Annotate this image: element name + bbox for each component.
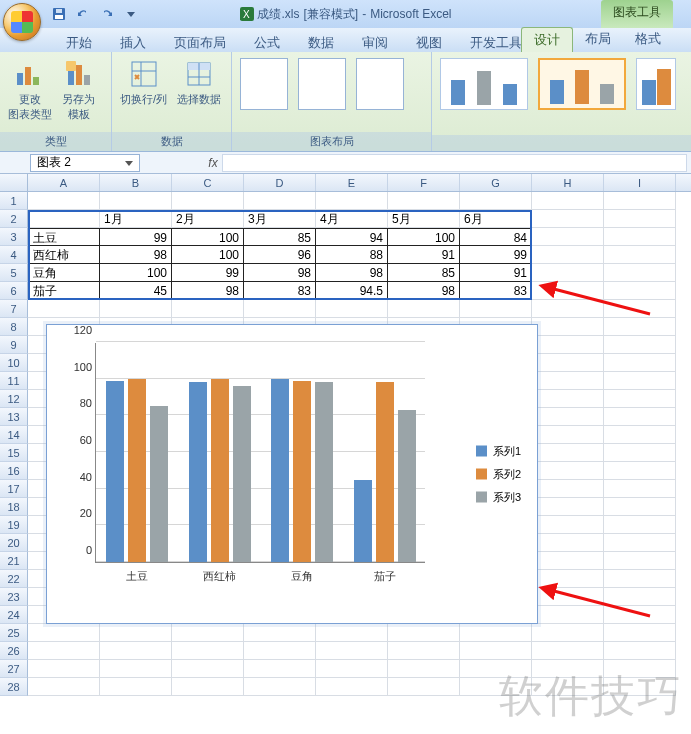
cell[interactable] bbox=[244, 624, 316, 642]
cell[interactable] bbox=[28, 624, 100, 642]
cell[interactable] bbox=[532, 426, 604, 444]
cell[interactable] bbox=[100, 192, 172, 210]
cell[interactable] bbox=[604, 552, 676, 570]
cell[interactable] bbox=[532, 498, 604, 516]
cell[interactable] bbox=[388, 642, 460, 660]
legend-item[interactable]: 系列1 bbox=[476, 444, 521, 459]
cell[interactable]: 100 bbox=[388, 228, 460, 246]
row-header-16[interactable]: 16 bbox=[0, 462, 28, 480]
chart-layout-2[interactable] bbox=[298, 58, 346, 110]
cell[interactable] bbox=[604, 372, 676, 390]
cell[interactable] bbox=[244, 192, 316, 210]
cell[interactable] bbox=[388, 660, 460, 678]
cell[interactable] bbox=[100, 678, 172, 696]
cell[interactable] bbox=[532, 336, 604, 354]
cell[interactable] bbox=[604, 282, 676, 300]
cell[interactable] bbox=[532, 192, 604, 210]
cell[interactable] bbox=[532, 318, 604, 336]
cell[interactable] bbox=[28, 678, 100, 696]
cell[interactable]: 98 bbox=[100, 246, 172, 264]
cell[interactable] bbox=[532, 570, 604, 588]
col-header-E[interactable]: E bbox=[316, 174, 388, 191]
cell[interactable]: 91 bbox=[460, 264, 532, 282]
cell[interactable] bbox=[172, 192, 244, 210]
cell[interactable]: 98 bbox=[316, 264, 388, 282]
tab-审阅[interactable]: 审阅 bbox=[348, 32, 402, 53]
cell[interactable]: 99 bbox=[460, 246, 532, 264]
cell[interactable]: 96 bbox=[244, 246, 316, 264]
cell[interactable] bbox=[244, 660, 316, 678]
cell[interactable] bbox=[532, 246, 604, 264]
bar[interactable] bbox=[398, 410, 416, 562]
bar[interactable] bbox=[315, 382, 333, 562]
row-header-14[interactable]: 14 bbox=[0, 426, 28, 444]
cell[interactable] bbox=[604, 318, 676, 336]
cell[interactable] bbox=[532, 624, 604, 642]
cell[interactable] bbox=[604, 336, 676, 354]
cell[interactable] bbox=[100, 660, 172, 678]
save-icon[interactable] bbox=[50, 5, 68, 23]
cell[interactable] bbox=[28, 210, 100, 228]
cell[interactable] bbox=[172, 300, 244, 318]
cell[interactable]: 99 bbox=[100, 228, 172, 246]
cell[interactable] bbox=[532, 354, 604, 372]
cell[interactable]: 98 bbox=[172, 282, 244, 300]
cell[interactable] bbox=[604, 228, 676, 246]
undo-icon[interactable] bbox=[74, 5, 92, 23]
row-header-2[interactable]: 2 bbox=[0, 210, 28, 228]
cell[interactable] bbox=[604, 588, 676, 606]
chart-style-1[interactable] bbox=[440, 58, 528, 110]
cell[interactable] bbox=[316, 624, 388, 642]
cell[interactable] bbox=[172, 660, 244, 678]
cell[interactable] bbox=[532, 372, 604, 390]
tab-布局[interactable]: 布局 bbox=[573, 27, 623, 52]
cell[interactable]: 3月 bbox=[244, 210, 316, 228]
row-header-10[interactable]: 10 bbox=[0, 354, 28, 372]
cell[interactable] bbox=[460, 642, 532, 660]
cell[interactable] bbox=[244, 300, 316, 318]
legend-item[interactable]: 系列3 bbox=[476, 490, 521, 505]
cell[interactable] bbox=[532, 282, 604, 300]
cell[interactable] bbox=[172, 624, 244, 642]
chart-style-2[interactable] bbox=[538, 58, 626, 110]
redo-icon[interactable] bbox=[98, 5, 116, 23]
bar[interactable] bbox=[293, 381, 311, 563]
row-header-24[interactable]: 24 bbox=[0, 606, 28, 624]
chart-style-3[interactable] bbox=[636, 58, 676, 110]
cell[interactable] bbox=[604, 642, 676, 660]
bar[interactable] bbox=[211, 379, 229, 562]
cell[interactable] bbox=[28, 192, 100, 210]
cell[interactable] bbox=[100, 642, 172, 660]
cell[interactable] bbox=[604, 246, 676, 264]
row-header-9[interactable]: 9 bbox=[0, 336, 28, 354]
row-header-6[interactable]: 6 bbox=[0, 282, 28, 300]
cell[interactable] bbox=[604, 534, 676, 552]
select-all-corner[interactable] bbox=[0, 174, 28, 191]
office-button[interactable] bbox=[3, 3, 41, 41]
cell[interactable] bbox=[28, 642, 100, 660]
chart-layout-3[interactable] bbox=[356, 58, 404, 110]
cell[interactable] bbox=[532, 390, 604, 408]
col-header-A[interactable]: A bbox=[28, 174, 100, 191]
cell[interactable] bbox=[316, 642, 388, 660]
cell[interactable]: 100 bbox=[100, 264, 172, 282]
cell[interactable]: 98 bbox=[388, 282, 460, 300]
cell[interactable] bbox=[604, 498, 676, 516]
cell[interactable] bbox=[244, 642, 316, 660]
cell[interactable]: 83 bbox=[460, 282, 532, 300]
cell[interactable]: 88 bbox=[316, 246, 388, 264]
formula-input[interactable] bbox=[222, 154, 687, 172]
cell[interactable]: 4月 bbox=[316, 210, 388, 228]
row-header-13[interactable]: 13 bbox=[0, 408, 28, 426]
cell[interactable] bbox=[604, 408, 676, 426]
tab-公式[interactable]: 公式 bbox=[240, 32, 294, 53]
cell[interactable] bbox=[604, 570, 676, 588]
cell[interactable] bbox=[604, 354, 676, 372]
bar[interactable] bbox=[150, 406, 168, 562]
cell[interactable]: 100 bbox=[172, 228, 244, 246]
row-header-23[interactable]: 23 bbox=[0, 588, 28, 606]
cell[interactable] bbox=[532, 228, 604, 246]
tab-视图[interactable]: 视图 bbox=[402, 32, 456, 53]
cell[interactable] bbox=[532, 606, 604, 624]
row-header-26[interactable]: 26 bbox=[0, 642, 28, 660]
